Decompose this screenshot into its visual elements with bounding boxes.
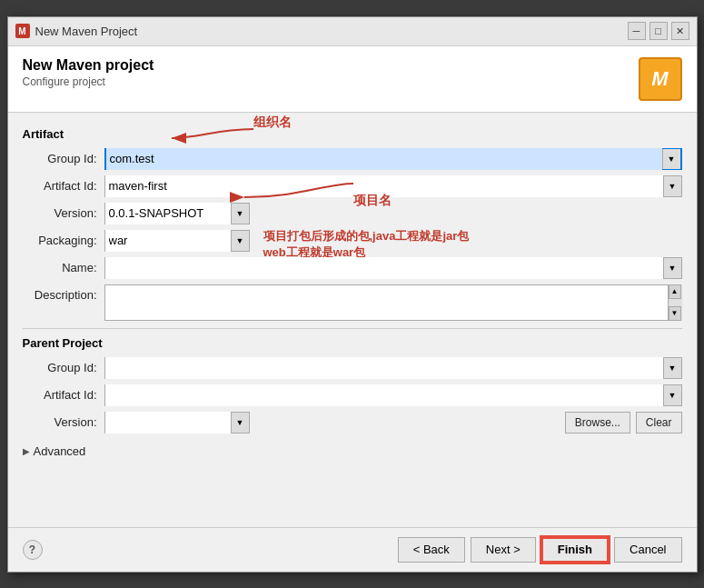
next-button[interactable]: Next > [471,537,536,563]
window-controls: ─ □ ✕ [628,22,689,40]
section-divider [23,328,682,329]
parent-version-combo[interactable]: ▼ [104,412,250,434]
packaging-label: Packaging: [23,234,104,247]
dialog-header: New Maven project Configure project M [8,46,697,113]
artifact-id-row: Artifact Id: ▼ [23,175,682,197]
version-combo[interactable]: ▼ [104,203,250,224]
bottom-area [8,473,697,527]
window-title: New Maven Project [35,25,138,38]
name-control: ▼ [104,257,682,279]
packaging-input[interactable] [105,230,231,252]
advanced-toggle[interactable]: ▶ Advanced [23,441,682,462]
maximize-button[interactable]: □ [649,22,668,40]
description-row: Description: ▲ ▼ [23,284,682,321]
version-label: Version: [23,206,104,220]
group-id-input[interactable] [106,148,662,170]
minimize-button[interactable]: ─ [628,22,646,40]
artifact-id-input[interactable] [105,175,663,197]
advanced-label: Advanced [34,444,86,458]
advanced-arrow-icon: ▶ [23,446,30,456]
parent-group-id-arrow[interactable]: ▼ [663,358,681,378]
group-id-dropdown-arrow[interactable]: ▼ [662,149,680,169]
parent-version-arrow[interactable]: ▼ [231,413,249,433]
parent-group-id-control: ▼ [104,357,682,379]
parent-artifact-id-arrow[interactable]: ▼ [663,385,681,405]
advanced-section: ▶ Advanced [23,441,682,462]
parent-artifact-id-input[interactable] [105,384,663,406]
version-dropdown-arrow[interactable]: ▼ [231,204,249,224]
artifact-section-label: Artifact [23,127,682,141]
group-id-control: ▼ [104,148,682,170]
browse-button[interactable]: Browse... [565,412,630,434]
packaging-dropdown-arrow[interactable]: ▼ [231,231,249,251]
dialog-subtitle: Configure project [23,75,154,88]
group-id-label: Group Id: [23,152,104,165]
title-bar-left: M New Maven Project [15,24,138,38]
parent-group-id-combo[interactable]: ▼ [104,357,682,379]
artifact-id-dropdown-arrow[interactable]: ▼ [663,176,681,196]
parent-version-control: ▼ Browse... Clear [104,412,682,434]
close-button[interactable]: ✕ [671,22,689,40]
parent-artifact-id-combo[interactable]: ▼ [104,384,682,406]
parent-group-id-label: Group Id: [23,361,104,374]
parent-artifact-id-row: Artifact Id: ▼ [23,384,682,406]
main-window: M New Maven Project ─ □ ✕ New Maven proj… [7,16,698,573]
version-row: Version: ▼ [23,203,682,224]
footer-left: ? [23,540,43,560]
dialog-footer: ? < Back Next > Finish Cancel [8,527,697,572]
parent-section: Parent Project Group Id: ▼ Artifact Id: [23,336,682,434]
name-row: Name: ▼ [23,257,682,279]
group-id-combo[interactable]: ▼ [104,148,682,170]
description-label: Description: [23,284,104,302]
parent-version-input[interactable] [105,412,231,434]
description-scrollbar[interactable]: ▲ ▼ [668,284,682,321]
version-control: ▼ [104,203,682,224]
header-text: New Maven project Configure project [23,57,154,88]
parent-artifact-id-control: ▼ [104,384,682,406]
parent-group-id-row: Group Id: ▼ [23,357,682,379]
back-button[interactable]: < Back [398,537,465,563]
version-input[interactable] [105,203,231,224]
description-input[interactable] [104,284,682,321]
artifact-id-control: ▼ [104,175,682,197]
packaging-combo[interactable]: ▼ [104,230,250,252]
name-input[interactable] [105,257,663,279]
cancel-button[interactable]: Cancel [614,537,681,563]
app-icon: M [15,24,30,38]
description-control: ▲ ▼ [104,284,682,321]
parent-artifact-id-label: Artifact Id: [23,388,104,402]
name-label: Name: [23,261,104,274]
parent-group-id-input[interactable] [105,357,663,379]
footer-buttons: < Back Next > Finish Cancel [398,537,682,563]
artifact-id-combo[interactable]: ▼ [104,175,682,197]
name-dropdown-arrow[interactable]: ▼ [663,258,681,278]
packaging-row: Packaging: ▼ 项目打包后形成的包,java工程就是jar包web工程… [23,230,682,252]
name-combo[interactable]: ▼ [104,257,682,279]
group-id-row: Group Id: ▼ [23,148,682,170]
title-bar: M New Maven Project ─ □ ✕ [8,17,697,46]
parent-version-row: Version: ▼ Browse... Clear [23,412,682,434]
clear-button[interactable]: Clear [636,412,682,434]
parent-version-label: Version: [23,415,104,429]
form-content: Artifact Group Id: ▼ Artifact Id: ▼ [8,113,697,473]
scroll-up-btn[interactable]: ▲ [669,284,681,299]
scroll-down-btn[interactable]: ▼ [669,306,681,321]
finish-button[interactable]: Finish [541,537,609,563]
help-button[interactable]: ? [23,540,43,560]
artifact-id-label: Artifact Id: [23,179,104,193]
annotation-packaging: 项目打包后形成的包,java工程就是jar包web工程就是war包 [263,228,470,261]
dialog-title: New Maven project [23,57,154,74]
maven-icon: M [639,57,682,101]
packaging-control: ▼ 项目打包后形成的包,java工程就是jar包web工程就是war包 [104,230,682,252]
parent-section-label: Parent Project [23,336,682,350]
